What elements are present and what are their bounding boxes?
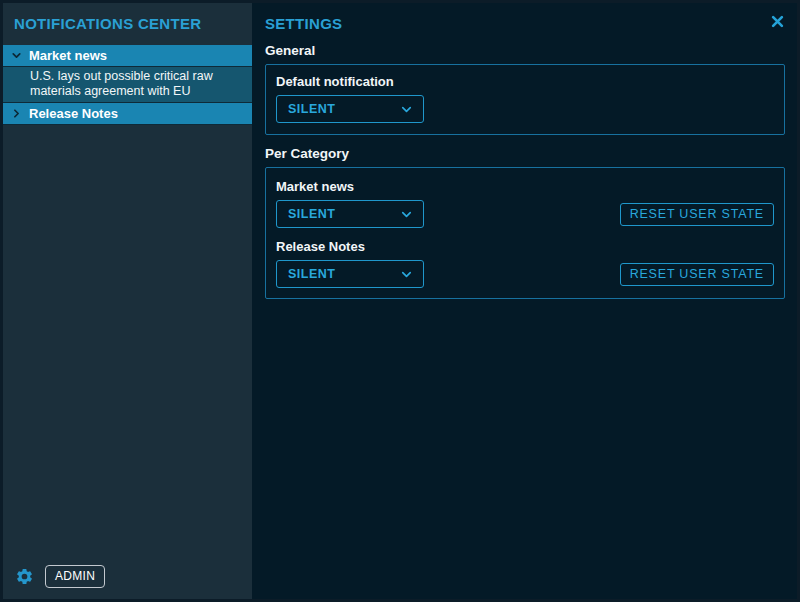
default-notification-select[interactable]: SILENT: [276, 95, 424, 123]
sidebar-item-release-notes[interactable]: Release Notes: [3, 103, 252, 125]
notification-item-text: U.S. lays out possible critical raw mate…: [30, 69, 242, 99]
category-settings-market-news: Market news SILENT RESET USER STATE: [276, 179, 774, 228]
market-news-notification-select[interactable]: SILENT: [276, 200, 424, 228]
sidebar-footer: ADMIN: [15, 565, 105, 588]
category-label: Market news: [276, 179, 774, 194]
settings-panel: SETTINGS General Default notification SI…: [252, 3, 797, 599]
gear-icon[interactable]: [15, 567, 34, 586]
release-notes-notification-select[interactable]: SILENT: [276, 260, 424, 288]
sidebar-item-market-news[interactable]: Market news: [3, 45, 252, 67]
notifications-center-window: NOTIFICATIONS CENTER Market news U.S. la…: [0, 0, 800, 602]
settings-title: SETTINGS: [265, 14, 342, 32]
settings-header: SETTINGS: [252, 3, 797, 32]
market-news-notification-value: SILENT: [288, 207, 335, 221]
general-section-heading: General: [265, 43, 784, 58]
chevron-down-icon[interactable]: [3, 49, 29, 62]
sidebar-category-list: Market news U.S. lays out possible criti…: [3, 45, 252, 125]
close-icon[interactable]: [770, 14, 785, 29]
general-section-box: Default notification SILENT: [265, 64, 785, 135]
default-notification-value: SILENT: [288, 102, 335, 116]
category-settings-release-notes: Release Notes SILENT RESET USER STATE: [276, 239, 774, 288]
admin-button[interactable]: ADMIN: [45, 565, 105, 588]
category-label: Release Notes: [276, 239, 774, 254]
chevron-down-icon: [399, 207, 414, 222]
chevron-right-icon[interactable]: [3, 107, 29, 120]
sidebar: NOTIFICATIONS CENTER Market news U.S. la…: [3, 3, 252, 599]
sidebar-item-label: Market news: [29, 48, 107, 63]
chevron-down-icon: [399, 267, 414, 282]
chevron-down-icon: [399, 102, 414, 117]
per-category-section-box: Market news SILENT RESET USER STATE Rele…: [265, 167, 785, 299]
default-notification-label: Default notification: [276, 74, 774, 89]
sidebar-item-label: Release Notes: [29, 106, 118, 121]
reset-user-state-button-market-news[interactable]: RESET USER STATE: [620, 203, 774, 226]
per-category-section-heading: Per Category: [265, 146, 784, 161]
sidebar-notification-item[interactable]: U.S. lays out possible critical raw mate…: [3, 67, 252, 103]
reset-user-state-button-release-notes[interactable]: RESET USER STATE: [620, 263, 774, 286]
release-notes-notification-value: SILENT: [288, 267, 335, 281]
sidebar-title: NOTIFICATIONS CENTER: [3, 3, 252, 42]
